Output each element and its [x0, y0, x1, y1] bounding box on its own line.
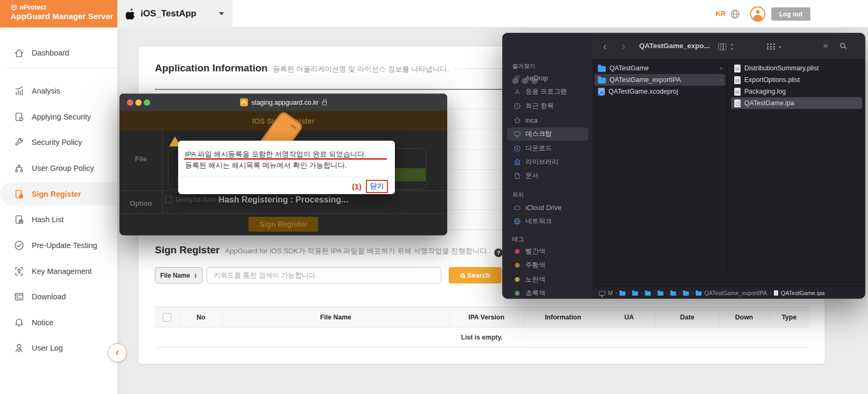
finder-sidebar-item-documents[interactable]: 문서 [507, 169, 588, 182]
doc-lock-icon [14, 189, 24, 199]
finder-sidebar-item-icloud[interactable]: iCloud Drive [507, 201, 588, 214]
ipa-file-icon [734, 99, 741, 107]
file-row-qatestgame[interactable]: QATestGame › [595, 62, 725, 74]
avatar-shoulders [753, 15, 762, 21]
sidebar-item-analysis[interactable]: Analysis [0, 79, 117, 103]
file-row-packaging-log[interactable]: Packaging.log [731, 86, 862, 97]
tags-section-header: 태그 [512, 235, 524, 243]
column-view-icon[interactable] [718, 43, 726, 50]
finder-sidebar-item-desktop[interactable]: 데스크탑 [507, 127, 588, 141]
filter-select[interactable]: File Name ▲▼ [155, 267, 202, 283]
globe-icon[interactable] [730, 9, 740, 21]
path-folder-icon[interactable] [620, 291, 625, 296]
finder-sidebar-item-network[interactable]: 네트워크 [507, 215, 588, 228]
col-type: Type [769, 307, 809, 327]
finder-sidebar-item-library[interactable]: 라이브러리 [507, 155, 588, 169]
file-row-distributionsummary[interactable]: DistributionSummary.plist [731, 62, 862, 74]
finder-sidebar-tag-orange[interactable]: 주황색 [507, 259, 588, 272]
logout-button[interactable]: Log out [771, 7, 810, 21]
finder-sidebar-item-applications[interactable]: 응용 프로그램 [507, 85, 588, 98]
orange-tag-icon [515, 263, 520, 268]
app-info-title: Application Information [155, 62, 267, 74]
col-ipa-version: IPA Version [449, 307, 523, 327]
sidebar-item-security-policy[interactable]: Security Policy [0, 131, 117, 154]
sign-register-subtitle: AppGuard for iOS SDK가 적용된 IPA 파일을 배포하기 위… [225, 246, 488, 256]
path-folder-icon[interactable] [658, 291, 663, 296]
sign-register-table: No File Name IPA Version Information UA … [155, 307, 809, 347]
sign-register-submit-button[interactable]: Sign Register [248, 217, 318, 232]
search-input[interactable] [207, 267, 441, 283]
sidebar-item-hash-list[interactable]: Hash List [0, 208, 117, 231]
back-button[interactable]: ‹ [603, 39, 607, 53]
file-select-button-dimmed[interactable] [392, 168, 426, 181]
nprotect-shield-icon [11, 4, 17, 11]
dialog-divider [178, 177, 395, 177]
path-file-icon [774, 290, 778, 296]
path-parent-folder[interactable]: QATestGame_exportIPA [704, 290, 767, 296]
finder-sidebar-item-recents[interactable]: 최근 항목 [507, 99, 588, 113]
path-folder-icon[interactable] [670, 291, 676, 296]
select-all-checkbox[interactable] [163, 313, 171, 322]
annotation-step-label: (1) [352, 182, 362, 191]
path-device[interactable]: M [608, 290, 613, 296]
sidebar-item-applying-security[interactable]: Applying Security [0, 105, 117, 129]
finder-sidebar-tag-yellow[interactable]: 노란색 [507, 273, 588, 286]
finder-sidebar-tag-red[interactable]: 빨간색 [507, 245, 588, 258]
minimize-window-button[interactable] [135, 99, 142, 106]
red-tag-icon [515, 249, 520, 254]
applications-icon [513, 88, 521, 96]
path-parent-folder-icon [696, 291, 701, 296]
file-row-xcodeproj[interactable]: QATestGame.xcodeproj [595, 86, 725, 97]
col-date: Date [655, 307, 719, 327]
finder-sidebar-item-home[interactable]: inca [507, 114, 588, 127]
path-current-file[interactable]: QATestGame.ipa [781, 290, 825, 296]
sidebar-item-dashboard[interactable]: Dashboard [0, 41, 117, 65]
view-sort-control[interactable]: ▴▾ [731, 42, 733, 51]
finder-sidebar-item-airdrop[interactable]: AirDrop [507, 71, 588, 85]
search-icon [460, 273, 465, 278]
select-arrows-icon: ▲▼ [194, 273, 197, 278]
file-row-qatestgame-exportipa[interactable]: QATestGame_exportIPA › [595, 74, 725, 86]
sidebar-item-user-group-policy[interactable]: User Group Policy [0, 157, 117, 180]
finder-sidebar-item-downloads[interactable]: 다운로드 [507, 142, 588, 155]
path-folder-icon[interactable] [645, 291, 651, 296]
file-row-exportoptions[interactable]: ExportOptions.plist [731, 74, 862, 86]
zoom-window-button[interactable] [144, 99, 150, 106]
sign-register-header: Sign Register AppGuard for iOS SDK가 적용된 … [155, 244, 515, 256]
dialog-footer: (1) 닫기 [352, 180, 388, 193]
user-avatar[interactable] [750, 6, 765, 22]
sidebar-item-user-log[interactable]: User Log [0, 336, 117, 360]
doc-shield-icon [14, 112, 24, 122]
network-globe-icon [513, 217, 521, 225]
sidebar-item-pre-update-testing[interactable]: Pre-Update Testing [0, 234, 117, 257]
doc-list-icon [14, 214, 24, 225]
path-folder-icon[interactable] [683, 291, 689, 296]
apple-icon [126, 8, 136, 20]
dialog-close-button[interactable]: 닫기 [366, 180, 388, 193]
sidebar-item-download[interactable]: Download [0, 285, 117, 308]
finder-search-icon[interactable] [840, 43, 845, 48]
sidebar-item-notice[interactable]: Notice [0, 311, 117, 334]
folder-icon [598, 78, 606, 84]
forward-button[interactable]: › [622, 39, 625, 53]
sidebar-collapse-button[interactable]: ‹ [108, 343, 127, 362]
sidebar-item-sign-register[interactable]: Sign Register [0, 182, 117, 206]
path-folder-icon[interactable] [632, 291, 638, 296]
toolbar-overflow-icon[interactable]: » [823, 40, 828, 51]
col-no: No [180, 307, 222, 327]
app-selector[interactable]: iOS_TestApp [117, 0, 233, 28]
confirmation-dialog: IPA 파일 해시등록을 포함한 서명작업이 완료 되었습니다. 등록된 해시는… [178, 141, 395, 194]
finder-sidebar-tag-green[interactable]: 초록색 [507, 287, 588, 299]
close-window-button[interactable] [127, 99, 133, 106]
finder-toolbar: ‹ › QATestGame_expo... ▴▾ ▾ » [593, 33, 865, 60]
branch-arrows-icon [14, 163, 24, 173]
col-file-name: File Name [222, 307, 449, 327]
search-button[interactable]: Search [449, 267, 502, 283]
group-icon[interactable] [767, 43, 775, 50]
selected-app-name: iOS_TestApp [141, 8, 214, 19]
sidebar-item-key-management[interactable]: Key Management [0, 260, 117, 283]
chevron-down-icon [219, 12, 224, 15]
file-row-qatestgame-ipa[interactable]: QATestGame.ipa [731, 97, 862, 109]
language-toggle[interactable]: KR [716, 10, 726, 17]
help-icon[interactable]: ? [494, 249, 503, 257]
